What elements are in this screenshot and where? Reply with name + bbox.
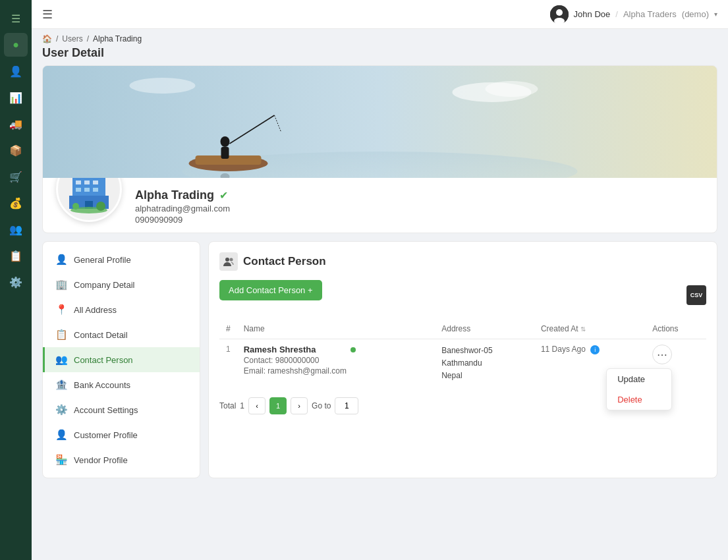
- nav-account-settings-label: Account Settings: [74, 405, 138, 415]
- content-area: 🏠 / Users / Alpha Trading User Detail: [32, 29, 728, 560]
- svg-point-30: [225, 258, 229, 262]
- csv-download-button[interactable]: CSV: [686, 285, 706, 305]
- breadcrumb-users[interactable]: Users: [62, 34, 82, 43]
- nav-bank-accounts-label: Bank Accounts: [74, 380, 130, 390]
- prev-page-button[interactable]: ‹: [248, 397, 266, 414]
- goto-page-input[interactable]: [335, 397, 358, 414]
- add-contact-person-button[interactable]: Add Contact Person +: [219, 280, 322, 300]
- sidebar-icon-user[interactable]: 👤: [4, 59, 28, 83]
- svg-rect-21: [84, 181, 90, 184]
- user-name: John Doe: [574, 9, 611, 19]
- company-email: alphatrading@gmail.com: [135, 204, 230, 213]
- right-content: Contact Person Add Contact Person + CSV …: [208, 241, 717, 478]
- current-page-button[interactable]: 1: [269, 397, 287, 414]
- update-option[interactable]: Update: [607, 369, 671, 389]
- table-row: 1 Ramesh Shrestha Contact: 9800000000 Em…: [219, 339, 706, 388]
- contact-name: Ramesh Shrestha: [244, 345, 347, 354]
- svg-point-13: [486, 81, 538, 97]
- col-name: Name: [237, 319, 435, 339]
- svg-rect-23: [76, 188, 81, 192]
- col-num: #: [219, 319, 237, 339]
- menu-wrapper: ⋯ Update Delete ➜: [652, 345, 672, 364]
- contact-email: Email: rameshsh@gmail.com: [244, 366, 347, 376]
- avatar: [550, 5, 569, 24]
- nav-customer-profile[interactable]: 👤 Customer Profile: [43, 422, 200, 447]
- section-header: Contact Person: [219, 252, 706, 271]
- svg-rect-25: [93, 188, 98, 192]
- svg-point-28: [96, 202, 105, 211]
- actions-menu-button[interactable]: ⋯: [652, 345, 672, 364]
- sidebar-icon-menu[interactable]: ☰: [4, 7, 28, 30]
- section-icon: [219, 252, 238, 271]
- address-line2: Kathmandu: [441, 357, 528, 370]
- nav-general-profile[interactable]: 👤 General Profile: [43, 247, 200, 272]
- company-phone: 0909090909: [135, 215, 230, 225]
- svg-point-29: [72, 203, 79, 210]
- contact-name-cell: Ramesh Shrestha Contact: 9800000000 Emai…: [237, 339, 435, 388]
- nav-all-address-label: All Address: [74, 305, 117, 315]
- svg-rect-20: [76, 181, 81, 184]
- contact-person-icon: 👥: [55, 354, 67, 366]
- address-cell: Baneshwor-05 Kathmandu Nepal: [435, 339, 534, 388]
- nav-general-profile-label: General Profile: [74, 255, 131, 265]
- sidebar-icon-box[interactable]: 📦: [4, 138, 28, 162]
- contact-detail-icon: 📋: [55, 329, 67, 341]
- breadcrumb-sep2: /: [87, 34, 89, 43]
- next-page-button[interactable]: ›: [291, 397, 308, 414]
- left-nav: 👤 General Profile 🏢 Company Detail 📍 All…: [42, 241, 200, 478]
- company-tag: (demo): [682, 9, 709, 19]
- sidebar-icon-home[interactable]: ●: [4, 33, 28, 57]
- address-line1: Baneshwor-05: [441, 345, 528, 357]
- company-detail-icon: 🏢: [55, 279, 67, 291]
- col-address: Address: [435, 319, 534, 339]
- col-created: Created At ⇅: [534, 319, 646, 339]
- page-title: User Detail: [32, 46, 728, 65]
- general-profile-icon: 👤: [55, 254, 67, 266]
- topbar-right[interactable]: John Doe / Alpha Traders (demo) ▾: [550, 5, 717, 24]
- sidebar-icon-chart[interactable]: 📊: [4, 86, 28, 109]
- topbar: ☰ John Doe / Alpha Traders (demo) ▾: [32, 0, 728, 29]
- sidebar-icon-money[interactable]: 💰: [4, 191, 28, 215]
- table-header: # Name Address Created At ⇅ Actions: [219, 319, 706, 339]
- home-icon[interactable]: 🏠: [42, 34, 52, 43]
- sidebar-icon-cart[interactable]: 🛒: [4, 165, 28, 188]
- nav-account-settings[interactable]: ⚙️ Account Settings: [43, 397, 200, 422]
- delete-option[interactable]: Delete ➜: [607, 389, 671, 410]
- nav-contact-detail[interactable]: 📋 Contact Detail: [43, 322, 200, 347]
- section-title: Contact Person: [243, 255, 326, 268]
- sidebar-icon-truck[interactable]: 🚚: [4, 112, 28, 136]
- svg-point-1: [556, 9, 563, 16]
- company-name: Alpha Traders: [623, 9, 677, 19]
- nav-contact-person-label: Contact Person: [74, 355, 133, 365]
- row-num: 1: [219, 339, 237, 388]
- nav-company-detail[interactable]: 🏢 Company Detail: [43, 272, 200, 297]
- created-at-text: 11 Days Ago: [541, 345, 586, 354]
- total-label: Total: [219, 401, 236, 410]
- topbar-left: ☰: [42, 7, 53, 22]
- info-icon[interactable]: i: [590, 345, 600, 354]
- nav-customer-profile-label: Customer Profile: [74, 430, 138, 440]
- all-address-icon: 📍: [55, 304, 67, 316]
- nav-contact-detail-label: Contact Detail: [74, 330, 128, 340]
- nav-contact-person[interactable]: 👥 Contact Person: [43, 347, 200, 372]
- col-actions: Actions: [646, 319, 706, 339]
- goto-label: Go to: [312, 401, 331, 410]
- chevron-down-icon[interactable]: ▾: [714, 11, 717, 18]
- profile-card: Alpha Trading ✔ alphatrading@gmail.com 0…: [42, 65, 717, 233]
- add-contact-person-label: Add Contact Person +: [229, 285, 313, 295]
- sidebar-icon-list[interactable]: 📋: [4, 244, 28, 267]
- vendor-profile-icon: 🏪: [55, 454, 67, 466]
- sidebar-icon-group[interactable]: 👥: [4, 217, 28, 241]
- company-details: Alpha Trading ✔ alphatrading@gmail.com 0…: [135, 186, 230, 225]
- breadcrumb-current: Alpha Trading: [93, 34, 142, 43]
- nav-all-address[interactable]: 📍 All Address: [43, 297, 200, 322]
- nav-vendor-profile[interactable]: 🏪 Vendor Profile: [43, 447, 200, 472]
- sidebar-icon-gear[interactable]: ⚙️: [4, 270, 28, 294]
- svg-point-7: [221, 136, 230, 147]
- below-profile: 👤 General Profile 🏢 Company Detail 📍 All…: [32, 241, 728, 489]
- sort-icon[interactable]: ⇅: [580, 325, 586, 333]
- actions-cell: ⋯ Update Delete ➜: [646, 339, 706, 388]
- hamburger-icon[interactable]: ☰: [42, 7, 53, 22]
- contact-phone: Contact: 9800000000: [244, 356, 347, 365]
- nav-bank-accounts[interactable]: 🏦 Bank Accounts: [43, 372, 200, 397]
